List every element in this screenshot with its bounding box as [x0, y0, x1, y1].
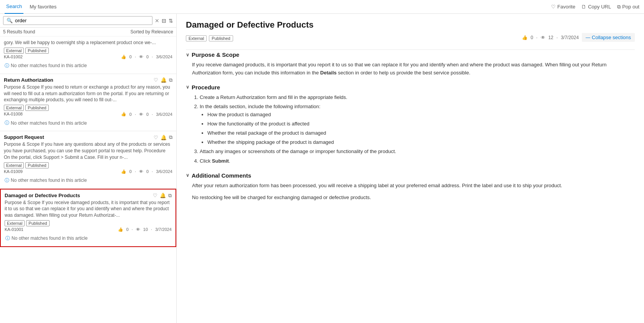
no-match-label: ⓘ No other matches found in this article [4, 118, 172, 128]
article-title: Support Request [4, 134, 44, 140]
dot-sep: · [132, 227, 133, 232]
collapse-icon: — [586, 35, 590, 40]
section-title: Procedure [192, 84, 220, 91]
ka-number: KA-01009 [4, 169, 23, 174]
article-tags-meta-row: External Published 👍 0 · 👁 12 · 3/7/2024… [186, 33, 635, 45]
main-layout: 🔍 ✕ ⊟ ⇅ 5 Results found Sorted by Releva… [0, 14, 644, 323]
results-count: 5 Results found [3, 29, 35, 35]
results-list: gory. We will be happy to overnight ship… [0, 36, 176, 323]
clear-icon[interactable]: ✕ [155, 18, 159, 24]
badge-published: Published [25, 48, 48, 54]
like-count: 0 [129, 54, 132, 59]
section-procedure-header[interactable]: ∨ Procedure [186, 84, 635, 91]
ka-number: KA-01002 [4, 54, 23, 59]
search-input[interactable] [15, 18, 149, 23]
article-title: Return Authorization [4, 77, 53, 83]
sub-bullet-4: Whether the shipping package of the prod… [207, 138, 635, 147]
article-excerpt: Purpose & Scope If you receive damaged p… [5, 199, 172, 219]
article-card-actions: ♡ 🔔 ⧉ [154, 134, 172, 140]
tab-search[interactable]: Search [5, 0, 23, 14]
ka-number: KA-01001 [5, 227, 23, 232]
article-excerpt: Purpose & Scope If you need to return or… [4, 84, 172, 103]
article-card-ka01009[interactable]: Support Request ♡ 🔔 ⧉ Purpose & Scope If… [0, 131, 176, 188]
sub-bullets: How the product is damaged How the funct… [200, 111, 635, 146]
section-additional-header[interactable]: ∨ Additional Comments [186, 172, 635, 179]
article-badges: External Published [4, 48, 172, 54]
like-icon: 👍 [121, 54, 126, 59]
no-match-label: ⓘ No other matches found in this article [5, 234, 172, 243]
favorite-action[interactable]: ♡ Favorite [551, 4, 575, 10]
chevron-down-icon: ∨ [186, 84, 189, 90]
sub-bullet-3: Whether the retail package of the produc… [207, 129, 635, 137]
like-icon: 👍 [121, 169, 126, 174]
badge-published: Published [25, 105, 48, 111]
heart-icon[interactable]: ♡ [153, 193, 157, 198]
procedure-steps: Create a Return Authorization form and f… [192, 94, 635, 165]
meta-stats: 👍 0 · 👁 0 · 3/6/2024 [121, 112, 172, 117]
article-title: Damaged or Defective Products [5, 193, 80, 198]
top-bar: Search My favorites ♡ Favorite 🗋 Copy UR… [0, 0, 644, 14]
section-purpose: ∨ Purpose & Scope If you receive damaged… [186, 51, 635, 77]
bookmark-icon[interactable]: 🔔 [161, 135, 167, 140]
view-icon: 👁 [139, 112, 143, 117]
section-purpose-header[interactable]: ∨ Purpose & Scope [186, 51, 635, 58]
article-card-ka01008[interactable]: Return Authorization ♡ 🔔 ⧉ Purpose & Sco… [0, 74, 176, 131]
info-icon: ⓘ [5, 120, 9, 126]
dot-sep2: · [152, 169, 153, 174]
popout-action[interactable]: ⧉ Pop out [617, 4, 639, 10]
view-count: 0 [146, 54, 149, 59]
article-main-title: Damaged or Defective Products [186, 20, 635, 30]
chevron-down-icon: ∨ [186, 173, 189, 178]
article-meta: KA-01008 👍 0 · 👁 0 · 3/6/2024 [4, 112, 172, 117]
date: 3/7/2024 [155, 227, 172, 232]
search-icon: 🔍 [7, 18, 13, 23]
info-icon: ⓘ [5, 63, 9, 69]
view-count: 10 [143, 227, 148, 232]
badge-external: External [4, 105, 24, 111]
meta-stats: 👍 0 · 👁 10 · 3/7/2024 [118, 227, 172, 232]
article-card-actions: ♡ 🔔 ⧉ [154, 77, 172, 83]
article-card-actions: ♡ 🔔 ⧉ [153, 193, 172, 199]
bookmark-icon[interactable]: 🔔 [161, 77, 167, 83]
article-meta: KA-01009 👍 0 · 👁 0 · 3/6/2024 [4, 169, 172, 174]
divider [186, 49, 635, 50]
left-panel: 🔍 ✕ ⊟ ⇅ 5 Results found Sorted by Releva… [0, 14, 177, 323]
dot-sep2: · [152, 112, 153, 117]
like-count: 0 [126, 227, 129, 232]
heart-icon[interactable]: ♡ [154, 135, 158, 140]
tag-external: External [186, 35, 207, 41]
article-excerpt: Purpose & Scope If you have any question… [4, 141, 172, 160]
heart-icon[interactable]: ♡ [154, 77, 158, 83]
step-3: Attach any images or screenshots of the … [200, 148, 635, 156]
dot-sep: · [135, 169, 136, 174]
dot-sep: · [135, 54, 136, 59]
view-icon: 👁 [136, 227, 140, 232]
badge-published: Published [25, 162, 48, 168]
sub-bullet-2: How the functionality of the product is … [207, 120, 635, 128]
share-icon[interactable]: ⧉ [168, 193, 172, 199]
article-card-ka01002[interactable]: gory. We will be happy to overnight ship… [0, 36, 176, 74]
share-icon[interactable]: ⧉ [169, 134, 172, 140]
filter-icon[interactable]: ⊟ [162, 18, 166, 24]
view-count: 12 [548, 35, 553, 40]
article-meta: KA-01001 👍 0 · 👁 10 · 3/7/2024 [5, 227, 172, 232]
article-badges: External Published [5, 220, 172, 226]
badge-published: Published [26, 220, 49, 226]
like-icon: 👍 [121, 112, 126, 117]
tab-favorites[interactable]: My favorites [28, 0, 58, 14]
share-icon[interactable]: ⧉ [169, 77, 172, 83]
article-excerpt: gory. We will be happy to overnight ship… [4, 40, 172, 46]
purpose-text: If you receive damaged products, it is i… [192, 61, 635, 77]
article-card-header: Damaged or Defective Products ♡ 🔔 ⧉ [5, 193, 172, 199]
bookmark-icon[interactable]: 🔔 [160, 193, 166, 198]
article-card-ka01001[interactable]: Damaged or Defective Products ♡ 🔔 ⧉ Purp… [0, 189, 176, 247]
badge-external: External [4, 162, 24, 168]
filter-icons: ✕ ⊟ ⇅ [155, 18, 173, 24]
sort-icon[interactable]: ⇅ [169, 18, 173, 24]
article-tags: External Published [186, 35, 233, 41]
collapse-sections-button[interactable]: — Collapse sections [582, 33, 635, 42]
article-card-header: Return Authorization ♡ 🔔 ⧉ [4, 77, 172, 83]
article-date: 3/7/2024 [561, 35, 579, 40]
copy-url-action[interactable]: 🗋 Copy URL [581, 4, 611, 10]
view-count: 0 [146, 169, 149, 174]
